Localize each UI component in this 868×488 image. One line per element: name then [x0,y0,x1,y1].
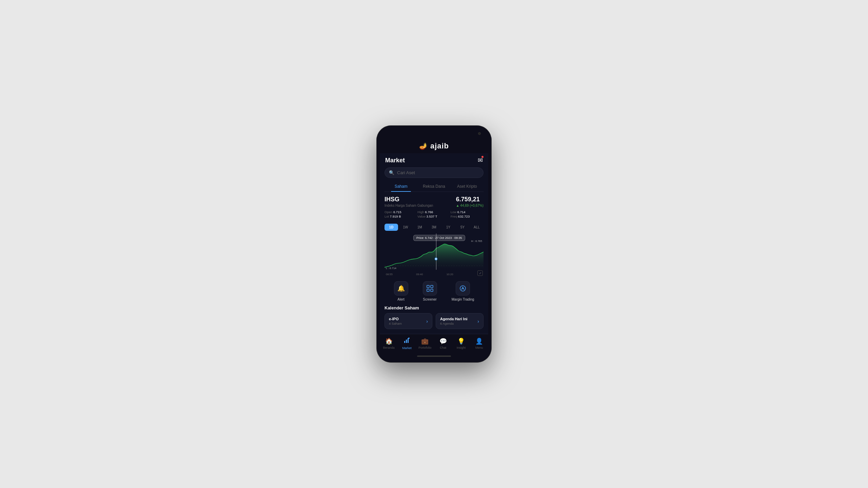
svg-rect-9 [408,338,409,343]
period-1w[interactable]: 1W [399,224,412,231]
phone-screen: 🪔 ajaib Market ✉ 🔍 Cari Aset Sa [380,129,488,359]
stock-change: ▲ 44,69 (+0,67%) [456,204,484,207]
calendar-cards: e-IPO 4 Saham › Agenda Hari Ini 6 Agenda… [380,313,488,334]
svg-rect-2 [431,285,433,288]
home-icon: 🏠 [385,338,393,345]
search-icon: 🔍 [389,170,394,175]
chart-expand-button[interactable]: ⤢ [477,270,483,276]
quick-actions: 🔔 Alert Screener [380,277,488,304]
time-label-3: 10:20 [447,273,453,276]
page-title: Market [385,157,405,164]
phone-top-bar [380,129,488,138]
action-screener[interactable]: Screener [423,281,437,301]
calendar-section-title: Kalender Saham [380,304,488,313]
search-bar[interactable]: 🔍 Cari Aset [384,167,484,178]
phone-camera [478,132,481,135]
chat-icon: 💬 [439,338,447,345]
tab-reksa-dana[interactable]: Reksa Dana [417,181,450,191]
screener-label: Screener [423,298,437,301]
chart-time-labels: 08:55 09:40 10:20 [384,273,484,276]
chart-low-label: L : 6.714 [386,267,396,270]
margin-trading-label: Margin Trading [452,298,474,301]
asset-tabs: Saham Reksa Dana Aset Kripto [384,181,484,192]
svg-rect-7 [404,341,405,343]
ipo-chevron-icon: › [426,319,428,324]
nav-market-label: Market [402,346,412,350]
period-1d[interactable]: 1D [384,224,398,231]
calendar-card-ipo[interactable]: e-IPO 4 Saham › [384,313,432,329]
tab-aset-kripto[interactable]: Aset Kripto [451,181,484,191]
stock-price: 6.759,21 [456,196,484,203]
nav-chat[interactable]: 💬 Chat [434,338,452,349]
agenda-title: Agenda Hari Ini [440,317,468,321]
svg-point-10 [408,338,410,339]
nav-insight-label: Insight [457,346,466,349]
agenda-subtitle: 6 Agenda [440,322,468,325]
nav-chat-label: Chat [440,346,446,349]
action-alert[interactable]: 🔔 Alert [394,281,408,301]
phone-bottom-bar [380,353,488,359]
detail-high: High 6.766 [417,210,450,214]
nav-market[interactable]: Market [398,337,416,350]
app-content: 🪔 ajaib Market ✉ 🔍 Cari Aset Sa [380,138,488,334]
period-all[interactable]: ALL [470,224,484,231]
nav-menu[interactable]: 👤 Menu [470,338,488,349]
stock-subtitle: Indeks Harga Saham Gabungan [384,204,433,207]
ipo-subtitle: 4 Saham [389,322,402,325]
insight-icon: 💡 [457,338,465,345]
app-logo-header: 🪔 ajaib [380,138,488,153]
home-indicator [417,355,451,357]
ipo-card-text: e-IPO 4 Saham [389,317,402,325]
nav-beranda-label: Beranda [383,346,395,349]
stock-price-col: 6.759,21 ▲ 44,69 (+0,67%) [456,196,484,207]
detail-low: Low 6.714 [451,210,484,214]
svg-rect-1 [427,285,429,288]
agenda-card-text: Agenda Hari Ini 6 Agenda [440,317,468,325]
stock-details: Open 6.715 High 6.766 Low 6.714 [384,210,484,218]
nav-insight[interactable]: 💡 Insight [452,338,470,349]
time-label-2: 09:40 [416,273,423,276]
phone-notch [419,131,449,136]
menu-icon: 👤 [475,338,483,345]
nav-beranda[interactable]: 🏠 Beranda [380,338,398,349]
period-1y[interactable]: 1Y [441,224,455,231]
alert-icon: 🔔 [394,281,408,296]
app-logo-text: ajaib [430,142,449,150]
screener-icon [423,281,437,296]
period-5y[interactable]: 5Y [456,224,469,231]
detail-open: Open 6.715 [384,210,417,214]
stock-chart[interactable]: Price: 6.742 · 27 Oct 2023 · 09:35 H : 6… [384,233,484,277]
svg-rect-3 [427,289,429,291]
agenda-chevron-icon: › [477,319,479,324]
detail-freq: Freq 632.723 [451,215,484,218]
period-1m[interactable]: 1M [413,224,427,231]
stock-name-col: IHSG Indeks Harga Saham Gabungan [384,196,433,207]
chart-tooltip: Price: 6.742 · 27 Oct 2023 · 09:35 [413,235,465,241]
tab-saham[interactable]: Saham [384,181,417,191]
ipo-title: e-IPO [389,317,402,321]
market-header: Market ✉ [380,153,488,166]
calendar-card-agenda[interactable]: Agenda Hari Ini 6 Agenda › [436,313,484,329]
portfolio-icon: 💼 [421,338,429,345]
svg-rect-8 [406,340,407,343]
detail-lot: Lot 7.919 B [384,215,417,218]
nav-portofolio-label: Portofolio [418,346,431,349]
action-margin-trading[interactable]: Margin Trading [452,281,474,301]
notification-badge [481,156,484,158]
lamp-icon: 🪔 [419,142,428,150]
phone-frame: 🪔 ajaib Market ✉ 🔍 Cari Aset Sa [376,125,492,363]
logo-area: 🪔 ajaib [380,142,488,150]
notification-button[interactable]: ✉ [478,157,483,164]
stock-name: IHSG [384,196,433,203]
chart-high-label: H : 6.765 [471,240,482,243]
stock-info: IHSG Indeks Harga Saham Gabungan 6.759,2… [380,192,488,221]
period-tabs: 1D 1W 1M 3M 1Y 5Y ALL [384,224,484,231]
search-input[interactable]: Cari Aset [397,170,415,175]
nav-portofolio[interactable]: 💼 Portofolio [416,338,434,349]
detail-value: Value 3.537 T [417,215,450,218]
bottom-nav: 🏠 Beranda Market 💼 Portofolio [380,334,488,353]
market-icon [403,337,410,345]
period-3m[interactable]: 3M [427,224,441,231]
time-label-1: 08:55 [386,273,393,276]
stock-header: IHSG Indeks Harga Saham Gabungan 6.759,2… [384,196,484,207]
